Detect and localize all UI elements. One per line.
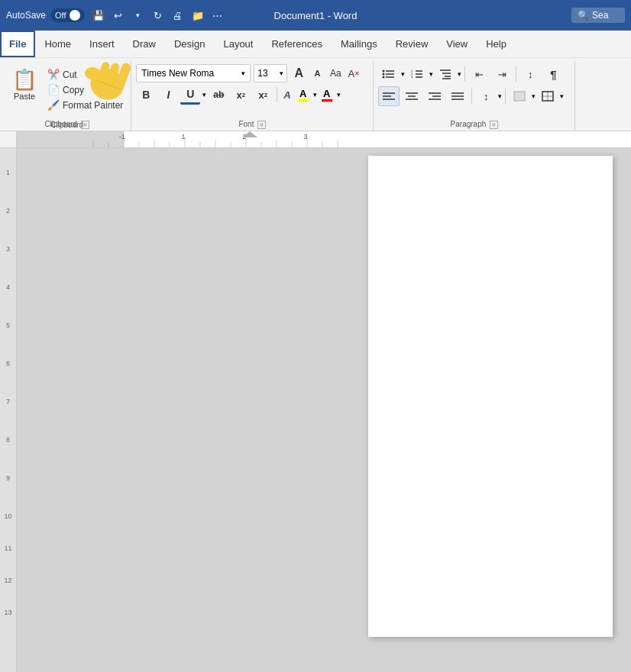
sort-button[interactable]: ↕ bbox=[519, 64, 541, 84]
align-center-button[interactable] bbox=[401, 86, 422, 106]
highlight-bar bbox=[298, 99, 309, 102]
print-button[interactable]: 🖨 bbox=[169, 6, 187, 24]
highlight-dropdown[interactable]: ▾ bbox=[313, 91, 317, 99]
horizontal-ruler: -1 1 2 3 4 5 6 bbox=[17, 131, 631, 147]
line-spacing-dropdown[interactable]: ▾ bbox=[498, 92, 502, 100]
shading-dropdown[interactable]: ▾ bbox=[532, 92, 536, 100]
para-row2: ↕ ▾ ▾ ▾ bbox=[378, 86, 564, 106]
ruler-num-6: 6 bbox=[6, 360, 10, 367]
align-left-button[interactable] bbox=[378, 86, 400, 106]
ruler-num-8: 8 bbox=[6, 437, 10, 443]
italic-button[interactable]: I bbox=[158, 85, 178, 105]
menu-item-references[interactable]: References bbox=[262, 31, 331, 57]
format-painter-label: Format Painter bbox=[63, 100, 123, 111]
font-row2: B I U ▾ ab x2 x2 A A ▾ A bbox=[136, 85, 362, 105]
svg-point-3 bbox=[383, 70, 385, 73]
undo-button[interactable]: ↩ bbox=[109, 6, 128, 24]
superscript-button[interactable]: x2 bbox=[253, 85, 273, 105]
menu-item-home[interactable]: Home bbox=[35, 31, 80, 57]
font-family-selector[interactable]: Times New Roma ▾ bbox=[136, 64, 251, 82]
highlight-color-button[interactable]: A bbox=[296, 87, 311, 103]
cut-button[interactable]: ✂️ Cut bbox=[44, 67, 126, 82]
menu-item-file[interactable]: File bbox=[0, 31, 35, 57]
decrease-indent-button[interactable]: ⇤ bbox=[468, 64, 490, 84]
multilevel-dropdown[interactable]: ▾ bbox=[458, 70, 461, 78]
menu-item-layout[interactable]: Layout bbox=[214, 31, 262, 57]
cut-label: Cut bbox=[63, 69, 77, 80]
menu-item-insert[interactable]: Insert bbox=[80, 31, 124, 57]
search-icon: 🔍 bbox=[578, 10, 589, 21]
grow-font-button[interactable]: A bbox=[290, 65, 307, 82]
save-button[interactable]: 💾 bbox=[89, 6, 108, 24]
undo-dropdown-button[interactable]: ▾ bbox=[129, 6, 147, 24]
multilevel-button[interactable] bbox=[435, 64, 456, 84]
separator-3 bbox=[516, 66, 516, 82]
document-title: Document1 - Word bbox=[274, 10, 358, 21]
format-painter-button[interactable]: 🖌️ Format Painter bbox=[44, 98, 126, 112]
menu-item-mailings[interactable]: Mailings bbox=[332, 31, 387, 57]
folder-button[interactable]: 📁 bbox=[189, 6, 207, 24]
menu-draw-label: Draw bbox=[133, 38, 156, 50]
bullets-button[interactable] bbox=[378, 64, 400, 84]
customize-toolbar-button[interactable]: ⋯ bbox=[209, 6, 227, 24]
menu-item-view[interactable]: View bbox=[437, 31, 477, 57]
cut-icon: ✂️ bbox=[47, 69, 60, 80]
clear-format-button[interactable]: A✕ bbox=[345, 65, 362, 82]
autosave-toggle[interactable]: Off bbox=[50, 8, 84, 22]
font-name: Times New Roma bbox=[141, 68, 214, 79]
menu-insert-label: Insert bbox=[89, 38, 115, 50]
numbering-button[interactable]: 1.2.3. bbox=[406, 64, 428, 84]
redo-button[interactable]: ↻ bbox=[149, 6, 167, 24]
search-box[interactable]: 🔍 Sea bbox=[571, 8, 625, 23]
text-effect-button[interactable]: A bbox=[281, 89, 293, 102]
bold-button[interactable]: B bbox=[136, 85, 156, 105]
document-page[interactable] bbox=[368, 156, 613, 637]
numbering-dropdown[interactable]: ▾ bbox=[429, 70, 433, 78]
toggle-state: Off bbox=[55, 11, 66, 20]
font-size-selector[interactable]: 13 ▾ bbox=[254, 64, 287, 82]
paste-button[interactable]: 📋 Paste bbox=[8, 64, 41, 104]
paragraph-expand-icon[interactable]: ⌗ bbox=[490, 121, 498, 129]
format-painter-icon: 🖌️ bbox=[47, 99, 60, 111]
autosave-label: AutoSave bbox=[6, 10, 46, 21]
copy-label: Copy bbox=[63, 85, 84, 95]
font-color-dropdown[interactable]: ▾ bbox=[337, 91, 341, 99]
copy-button[interactable]: 📄 Copy bbox=[44, 82, 126, 97]
menu-layout-label: Layout bbox=[223, 38, 253, 50]
show-marks-button[interactable]: ¶ bbox=[542, 64, 564, 84]
menu-item-draw[interactable]: Draw bbox=[124, 31, 165, 57]
menu-item-help[interactable]: Help bbox=[477, 31, 516, 57]
font-expand-icon[interactable]: ⌗ bbox=[257, 121, 266, 129]
line-spacing-button[interactable]: ↕ bbox=[475, 86, 497, 106]
paragraph-group-content: ▾ 1.2.3. ▾ ▾ ⇤ ⇥ ↕ ¶ bbox=[378, 64, 570, 120]
clipboard-expand-icon[interactable]: ⌗ bbox=[81, 121, 89, 129]
increase-indent-button[interactable]: ⇥ bbox=[491, 64, 513, 84]
underline-dropdown[interactable]: ▾ bbox=[202, 91, 206, 99]
font-color-button[interactable]: A bbox=[319, 87, 335, 103]
font-footer: Font ⌗ bbox=[131, 120, 373, 129]
align-right-button[interactable] bbox=[424, 86, 445, 106]
separator-1 bbox=[277, 87, 277, 102]
title-bar-right: 🔍 Sea bbox=[571, 8, 625, 23]
borders-button[interactable] bbox=[537, 86, 558, 106]
shading-button[interactable] bbox=[509, 86, 530, 106]
menu-mailings-label: Mailings bbox=[341, 38, 377, 50]
underline-button[interactable]: U bbox=[180, 85, 200, 105]
paragraph-group: ▾ 1.2.3. ▾ ▾ ⇤ ⇥ ↕ ¶ bbox=[374, 61, 575, 131]
justify-button[interactable] bbox=[447, 86, 468, 106]
shrink-font-button[interactable]: A bbox=[309, 65, 325, 82]
bullets-dropdown[interactable]: ▾ bbox=[401, 70, 405, 78]
ruler-num-10: 10 bbox=[4, 513, 11, 519]
menu-item-design[interactable]: Design bbox=[165, 31, 214, 57]
copy-icon: 📄 bbox=[47, 84, 60, 95]
subscript-button[interactable]: x2 bbox=[231, 85, 251, 105]
menu-item-review[interactable]: Review bbox=[387, 31, 438, 57]
ruler-num-5: 5 bbox=[6, 322, 10, 328]
borders-dropdown[interactable]: ▾ bbox=[560, 92, 564, 100]
case-button[interactable]: Aa bbox=[327, 65, 344, 82]
size-dropdown-arrow: ▾ bbox=[280, 69, 283, 77]
strikethrough-button[interactable]: ab bbox=[209, 85, 228, 105]
svg-rect-32 bbox=[17, 131, 124, 147]
ruler-num-3: 3 bbox=[6, 246, 10, 252]
font-group: Times New Roma ▾ 13 ▾ A A Aa A✕ B I U ▾ bbox=[131, 61, 374, 131]
